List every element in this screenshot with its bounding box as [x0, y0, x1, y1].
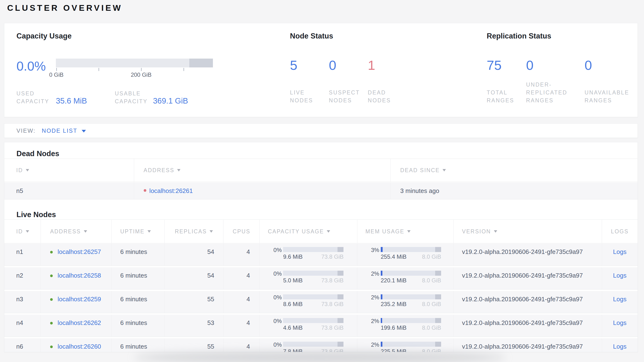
- mem-total-label: 8.0 GiB: [422, 301, 441, 307]
- sort-desc-icon: [148, 230, 151, 233]
- live-col-logs-header: LOGS: [602, 220, 638, 243]
- capacity-usage-cell: 0% 9.6 MiB 73.8 GiB: [260, 244, 357, 266]
- dead-nodes-count: 1: [368, 59, 407, 72]
- version-cell: v19.2.0-alpha.20190606-2491-gfe735c9a97: [454, 291, 602, 313]
- suspect-nodes-label: SUSPECT NODES: [329, 89, 368, 104]
- dead-col-address-header[interactable]: ADDRESS: [134, 159, 391, 182]
- unavailable-ranges-label: UNAVAILABLE RANGES: [584, 89, 630, 104]
- live-col-capacity-usage-header[interactable]: CAPACITY USAGE: [260, 220, 357, 243]
- mem-total-label: 8.0 GiB: [422, 254, 441, 260]
- dead-nodes-stat: 1 DEAD NODES: [368, 59, 407, 104]
- replication-status-title: Replication Status: [487, 31, 630, 41]
- node-address-cell: localhost:26259: [41, 291, 112, 313]
- mem-reserved-segment: [435, 294, 441, 299]
- mem-used-label: 255.4 MiB: [381, 254, 406, 260]
- dead-node-row: n5 localhost:26261 3 minutes ago: [4, 183, 638, 200]
- capacity-mini-bar: [283, 342, 344, 347]
- live-nodes-table-header: ID ADDRESS UPTIME REPLICAS CPUS CAPACITY…: [4, 220, 638, 243]
- capacity-mini-bar: [283, 271, 344, 276]
- mem-total-label: 8.0 GiB: [422, 348, 441, 352]
- under-replicated-ranges-stat: 0 UNDER- REPLICATED RANGES: [526, 59, 584, 104]
- logs-link[interactable]: Logs: [613, 343, 626, 350]
- under-replicated-ranges-count: 0: [526, 59, 584, 72]
- live-col-id-header[interactable]: ID: [4, 220, 41, 243]
- logs-link[interactable]: Logs: [613, 295, 626, 303]
- sort-desc-icon: [407, 230, 410, 233]
- node-address-link[interactable]: localhost:26262: [58, 319, 101, 326]
- total-ranges-label: TOTAL RANGES: [487, 89, 526, 104]
- used-capacity-label: USED CAPACITY: [16, 90, 56, 105]
- live-col-address-header[interactable]: ADDRESS: [41, 220, 112, 243]
- mem-mini-bar: [381, 294, 441, 299]
- capacity-usage-gauge: 0 GiB 200 GiB: [56, 59, 213, 79]
- chevron-down-icon: [82, 130, 86, 132]
- overview-summary-card: Capacity Usage 0.0% 0 GiB: [4, 23, 638, 117]
- live-status-dot-icon: [50, 251, 53, 253]
- live-status-dot-icon: [50, 274, 53, 277]
- node-id-cell: n2: [4, 267, 41, 289]
- node-id-cell: n4: [4, 315, 41, 337]
- unavailable-ranges-stat: 0 UNAVAILABLE RANGES: [584, 59, 630, 104]
- node-address-link[interactable]: localhost:26257: [58, 248, 101, 255]
- version-cell: v19.2.0-alpha.20190606-2491-gfe735c9a97: [454, 267, 602, 289]
- node-id-cell: n6: [4, 338, 41, 352]
- live-nodes-label: LIVE NODES: [290, 89, 329, 104]
- live-col-replicas-header[interactable]: REPLICAS: [165, 220, 224, 243]
- suspect-nodes-count: 0: [329, 59, 368, 72]
- node-address-link[interactable]: localhost:26260: [58, 343, 101, 350]
- mem-reserved-segment: [435, 342, 441, 347]
- dead-col-id-header[interactable]: ID: [4, 159, 134, 182]
- capacity-total-label: 73.8 GiB: [321, 301, 344, 307]
- node-id-cell: n3: [4, 291, 41, 313]
- total-ranges-count: 75: [487, 59, 526, 72]
- dead-nodes-label: DEAD NODES: [368, 89, 407, 104]
- node-address-cell: localhost:26260: [41, 338, 112, 352]
- node-address-link[interactable]: localhost:26259: [58, 295, 101, 303]
- total-ranges-stat: 75 TOTAL RANGES: [487, 59, 526, 104]
- nodes-panel: Dead Nodes ID ADDRESS DEAD SINCE n5 loca…: [4, 142, 638, 352]
- sort-desc-icon: [26, 169, 29, 171]
- capacity-usage-title: Capacity Usage: [16, 31, 290, 41]
- version-cell: v19.2.0-alpha.20190606-2491-gfe735c9a97: [454, 338, 602, 352]
- cpus-cell: 4: [224, 244, 260, 266]
- node-address-cell: localhost:26261: [134, 183, 391, 199]
- dead-col-dead-since-header[interactable]: DEAD SINCE: [391, 159, 638, 182]
- mem-total-label: 8.0 GiB: [422, 277, 441, 284]
- replicas-cell: 55: [165, 291, 224, 313]
- replication-status-section: Replication Status 75 TOTAL RANGES 0 UND…: [487, 31, 630, 117]
- capacity-reserved-segment: [338, 294, 344, 299]
- node-id-cell: n5: [4, 183, 134, 199]
- live-col-mem-usage-header[interactable]: MEM USAGE: [357, 220, 454, 243]
- node-address-link[interactable]: localhost:26258: [58, 272, 101, 279]
- mem-usage-cell: 2% 199.6 MiB 8.0 GiB: [357, 315, 454, 337]
- capacity-usage-cell: 0% 7.8 MiB 73.8 GiB: [260, 338, 357, 352]
- logs-cell: Logs: [602, 315, 638, 337]
- mem-reserved-segment: [435, 247, 441, 252]
- capacity-percent-label: 0%: [261, 338, 282, 352]
- live-node-row: n2 localhost:26258 6 minutes 54 4 0% 5.0…: [4, 267, 638, 290]
- mem-percent-label: 2%: [358, 315, 379, 331]
- capacity-used-label: 8.6 MiB: [283, 301, 302, 307]
- live-col-cpus-header: CPUS: [224, 220, 260, 243]
- logs-link[interactable]: Logs: [613, 319, 626, 326]
- view-dropdown-value: NODE LIST: [42, 127, 77, 134]
- logs-link[interactable]: Logs: [613, 272, 626, 279]
- capacity-percent-label: 0%: [261, 315, 282, 331]
- live-node-row: n4 localhost:26262 6 minutes 53 4 0% 4.6…: [4, 315, 638, 337]
- sort-desc-icon: [84, 230, 87, 233]
- node-address-link[interactable]: localhost:26261: [150, 187, 193, 195]
- cpus-cell: 4: [224, 267, 260, 289]
- mem-mini-bar: [381, 247, 441, 252]
- node-address-cell: localhost:26262: [41, 315, 112, 337]
- capacity-used-label: 5.0 MiB: [283, 277, 302, 284]
- live-col-uptime-header[interactable]: UPTIME: [112, 220, 165, 243]
- logs-link[interactable]: Logs: [613, 248, 626, 255]
- live-nodes-stat: 5 LIVE NODES: [290, 59, 329, 104]
- mem-usage-cell: 2% 225.5 MiB 8.0 GiB: [357, 338, 454, 352]
- logs-cell: Logs: [602, 267, 638, 289]
- capacity-bar-reserved-segment: [189, 59, 213, 67]
- live-col-version-header[interactable]: VERSION: [454, 220, 602, 243]
- capacity-axis: [56, 67, 213, 71]
- live-status-dot-icon: [50, 298, 53, 301]
- view-dropdown[interactable]: NODE LIST: [42, 127, 86, 134]
